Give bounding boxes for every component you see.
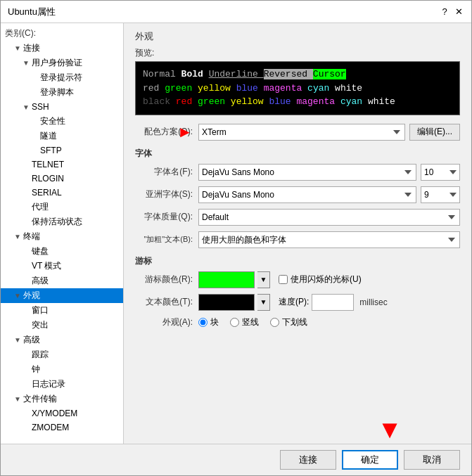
preview-l2-blue: blue	[236, 83, 264, 94]
dialog-window: Ubuntu属性 ? ✕ 类别(C): ▼ 连接 ▼ 用户身份验证 登录提示符	[0, 0, 472, 476]
font-name-select[interactable]: DejaVu Sans Mono	[198, 164, 416, 181]
sidebar-item-label: SERIAL	[32, 188, 62, 198]
cursor-color-swatch[interactable]	[198, 271, 255, 288]
sidebar-item-keyboard[interactable]: 键盘	[1, 244, 123, 259]
appear-block-label: 块	[210, 316, 219, 328]
sidebar-item-terminal[interactable]: ▼ 终端	[1, 229, 123, 244]
sidebar-item-sftp[interactable]: SFTP	[1, 143, 123, 157]
sidebar-item-proxy[interactable]: 代理	[1, 200, 123, 214]
appear-block-radio[interactable]: 块	[198, 316, 219, 328]
preview-line2: red green yellow blue magenta cyan white	[143, 82, 452, 96]
toggle-icon: ▼	[20, 101, 32, 112]
sidebar-item-login-script[interactable]: 登录脚本	[1, 85, 123, 100]
font-asia-label: 亚洲字体(S):	[135, 188, 198, 200]
blink-checkbox[interactable]	[279, 275, 288, 284]
ok-button[interactable]: 确定	[342, 450, 398, 470]
cursor-text-dropdown[interactable]: ▼	[257, 294, 270, 311]
sidebar-item-clock[interactable]: 钟	[1, 362, 123, 377]
sidebar-item-label: 登录脚本	[40, 86, 74, 98]
toggle-icon	[20, 349, 32, 361]
appear-vertical-input[interactable]	[230, 318, 239, 327]
millisec-label: millisec	[359, 297, 387, 307]
sidebar-item-tunnel[interactable]: 隧道	[1, 129, 123, 143]
help-button[interactable]: ?	[439, 6, 450, 18]
sidebar-item-login-prompt[interactable]: 登录提示符	[1, 70, 123, 85]
font-quality-select[interactable]: Default	[198, 209, 460, 226]
sidebar-item-xymodem[interactable]: X/YMODEM	[1, 406, 123, 420]
sidebar-item-telnet[interactable]: TELNET	[1, 157, 123, 172]
sidebar-item-label: RLOGIN	[32, 174, 64, 184]
speed-label: 速度(P):	[279, 296, 309, 308]
appear-underline-input[interactable]	[270, 318, 279, 327]
font-bold-select[interactable]: 使用大胆的颜色和字体	[198, 231, 460, 248]
toggle-icon: ▼	[12, 43, 23, 54]
sidebar-item-security[interactable]: 安全性	[1, 114, 123, 129]
sidebar-item-label: 隧道	[40, 130, 57, 142]
scheme-row: 配色方案(O): ► XTerm 编辑(E)...	[135, 124, 460, 141]
cursor-color-dropdown[interactable]: ▼	[257, 271, 270, 288]
sidebar-item-zmodem[interactable]: ZMODEM	[1, 420, 123, 435]
appear-underline-radio[interactable]: 下划线	[270, 316, 307, 328]
font-name-row: 字体名(F): DejaVu Sans Mono 10 ► 选择大小	[135, 164, 460, 181]
sidebar-item-log[interactable]: 日志记录	[1, 377, 123, 392]
sidebar-item-ssh[interactable]: ▼ SSH	[1, 100, 123, 114]
preview-l3-yellow: yellow	[231, 96, 269, 107]
sidebar-item-label: 突出	[32, 319, 49, 331]
toggle-icon	[20, 320, 32, 331]
sidebar-item-label: VT 模式	[32, 260, 61, 272]
font-size-select[interactable]: 10	[421, 164, 460, 181]
preview-l3-black: black	[143, 96, 176, 107]
sidebar-item-tracking[interactable]: 跟踪	[1, 347, 123, 362]
cursor-appear-row: 外观(A): 块 竖线 下划线	[135, 316, 460, 328]
sidebar-item-label: 跟踪	[32, 349, 49, 361]
toggle-icon: ▼	[20, 58, 32, 69]
sidebar-item-auth[interactable]: ▼ 用户身份验证	[1, 56, 123, 70]
sidebar-item-window[interactable]: 窗口	[1, 303, 123, 318]
sidebar-item-filetransfer[interactable]: ▼ 文件传输	[1, 392, 123, 406]
sidebar-item-appearance[interactable]: ▼ 外观	[1, 288, 123, 303]
toggle-icon	[20, 305, 32, 316]
dialog-title: Ubuntu属性	[8, 6, 56, 18]
scheme-label: 配色方案(O):	[135, 126, 198, 138]
appear-block-input[interactable]	[198, 318, 208, 327]
close-button[interactable]: ✕	[453, 6, 464, 18]
sidebar-item-highlight[interactable]: 突出	[1, 318, 123, 333]
appear-vertical-radio[interactable]: 竖线	[230, 316, 259, 328]
sidebar-item-connection[interactable]: ▼ 连接	[1, 41, 123, 56]
sidebar-item-label: 代理	[32, 201, 49, 213]
sidebar-item-keepalive[interactable]: 保持活动状态	[1, 214, 123, 229]
speed-input[interactable]	[312, 294, 354, 311]
sidebar-item-label: 文件传输	[23, 393, 57, 405]
toggle-icon	[20, 173, 32, 184]
sidebar-item-serial[interactable]: SERIAL	[1, 186, 123, 200]
preview-label: 预览:	[135, 47, 460, 59]
sidebar-item-advanced-terminal[interactable]: 高级	[1, 274, 123, 288]
sidebar-item-rlogin[interactable]: RLOGIN	[1, 172, 123, 186]
toggle-icon: ▼	[12, 290, 23, 302]
font-bold-label: "加粗"文本(B):	[135, 234, 198, 245]
preview-l3-cyan: cyan	[340, 96, 368, 107]
section-title: 外观	[135, 30, 460, 43]
cursor-color-label: 游标颜色(R):	[135, 274, 198, 285]
sidebar-item-label: 安全性	[40, 115, 65, 127]
cursor-text-swatch[interactable]	[198, 294, 255, 311]
dialog-body: 类别(C): ▼ 连接 ▼ 用户身份验证 登录提示符 登录脚本 ▼ SSH	[1, 23, 471, 444]
font-asia-select[interactable]: DejaVu Sans Mono	[198, 186, 416, 203]
connect-button[interactable]: 连接	[280, 450, 336, 470]
edit-button[interactable]: 编辑(E)...	[409, 124, 460, 141]
toggle-icon	[20, 408, 32, 419]
sidebar-item-label: 终端	[23, 231, 40, 243]
toggle-icon	[20, 422, 32, 433]
cancel-button[interactable]: 取消	[404, 450, 460, 470]
scheme-select[interactable]: XTerm	[198, 124, 405, 141]
preview-cursor: Cursor	[313, 69, 346, 79]
preview-l2-green: green	[165, 83, 198, 94]
sidebar-item-vt[interactable]: VT 模式	[1, 259, 123, 274]
cursor-section-label: 游标	[135, 255, 460, 267]
cursor-text-label: 文本颜色(T):	[135, 296, 198, 308]
font-asia-size-select[interactable]: 9	[421, 186, 460, 203]
speed-group: 速度(P): millisec	[279, 294, 388, 311]
appear-vertical-label: 竖线	[242, 316, 259, 328]
font-size-wrapper: 10 ► 选择大小	[421, 164, 460, 181]
sidebar-item-advanced2[interactable]: ▼ 高级	[1, 333, 123, 347]
